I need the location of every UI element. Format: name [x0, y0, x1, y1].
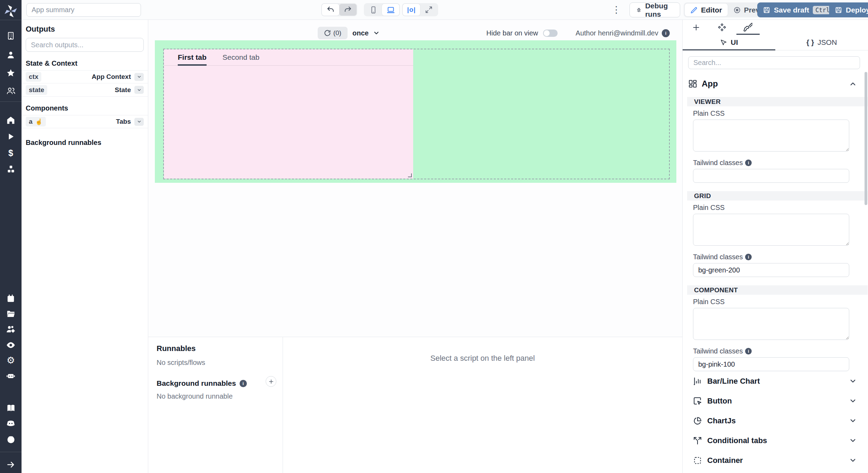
styling-body: App VIEWER Plain CSS Tailwind classes i … — [683, 50, 868, 473]
windmill-logo-icon[interactable] — [0, 5, 22, 17]
expand-chevron-button[interactable] — [134, 86, 144, 94]
refresh-icon — [324, 30, 331, 36]
desktop-view-button[interactable] — [382, 4, 399, 16]
deploy-button[interactable]: Deploy — [829, 2, 868, 17]
paintbrush-icon — [743, 23, 752, 32]
grid-plain-css-textarea[interactable] — [693, 214, 849, 246]
output-key-badge: state — [26, 85, 47, 95]
refresh-button[interactable]: (0) — [318, 27, 348, 39]
info-icon[interactable]: i — [745, 160, 752, 166]
workspace-building-icon[interactable] — [0, 30, 22, 42]
styling-tab[interactable] — [742, 22, 753, 33]
output-row-component-a[interactable]: a ☝ Tabs — [22, 115, 148, 128]
user-icon[interactable] — [0, 49, 22, 61]
tailwind-label-text: Tailwind classes — [693, 347, 743, 355]
discord-icon[interactable] — [0, 417, 22, 430]
grid-tailwind-input[interactable] — [693, 263, 849, 277]
add-background-runnable-button[interactable] — [266, 376, 276, 387]
pointer-hand-icon: ☝ — [35, 118, 43, 125]
debug-runs-button[interactable]: Debug runs — [629, 2, 680, 17]
home-icon[interactable] — [0, 114, 22, 127]
ai-bot-icon[interactable] — [0, 369, 22, 382]
mobile-view-button[interactable] — [365, 4, 382, 16]
panel-scrollbar-thumb[interactable] — [865, 72, 867, 205]
section-bar-line-chart[interactable]: Bar/Line Chart — [693, 371, 860, 391]
output-row-ctx[interactable]: ctx App Context — [22, 70, 148, 83]
layout-grid-icon — [688, 79, 697, 88]
editor-label: Editor — [701, 6, 722, 14]
component-search-input[interactable] — [688, 56, 860, 69]
info-icon[interactable]: i — [745, 348, 752, 354]
cursor-icon — [720, 39, 727, 46]
info-icon[interactable]: i — [745, 254, 752, 260]
component-tailwind-input[interactable] — [693, 357, 849, 371]
section-container[interactable]: Container — [693, 450, 860, 470]
app-section-header[interactable]: App — [688, 79, 860, 89]
editor-tab[interactable]: Editor — [685, 3, 728, 16]
section-conditional-tabs[interactable]: Conditional tabs — [693, 431, 860, 450]
output-row-state[interactable]: state State — [22, 83, 148, 97]
resize-handle[interactable] — [408, 173, 412, 177]
favorites-star-icon[interactable] — [0, 67, 22, 79]
runnables-title: Runnables — [157, 344, 274, 353]
fullscreen-button[interactable] — [420, 4, 437, 16]
expand-chevron-button[interactable] — [134, 118, 144, 126]
viewer-plain-css-textarea[interactable] — [693, 120, 849, 152]
component-plain-css-textarea[interactable] — [693, 308, 849, 340]
plain-css-label: Plain CSS — [693, 203, 860, 212]
collapse-arrow-right-icon[interactable] — [0, 458, 22, 471]
grid-band: GRID — [687, 191, 868, 201]
component-diamonds-icon — [717, 23, 727, 32]
tab-json[interactable]: { } JSON — [775, 35, 868, 50]
github-icon[interactable] — [0, 433, 22, 446]
groups-icon[interactable] — [0, 84, 22, 97]
app-summary-input[interactable] — [26, 3, 141, 17]
tab-second[interactable]: Second tab — [223, 53, 259, 66]
tailwind-classes-label: Tailwind classes i — [693, 253, 860, 261]
resources-cubes-icon[interactable] — [0, 163, 22, 176]
author-info-icon[interactable]: i — [662, 29, 670, 37]
variables-dollar-icon[interactable]: $ — [0, 147, 22, 159]
section-button[interactable]: Button — [693, 391, 860, 411]
app-grid[interactable]: First tab Second tab — [155, 40, 676, 183]
outputs-panel: Outputs State & Context ctx App Context … — [22, 20, 148, 473]
tailwind-label-text: Tailwind classes — [693, 159, 743, 167]
search-outputs-input[interactable] — [26, 38, 144, 52]
section-chartjs[interactable]: ChartJs — [693, 411, 860, 431]
redo-button[interactable] — [339, 4, 357, 16]
plain-css-label: Plain CSS — [693, 297, 860, 306]
add-component-tab[interactable] — [691, 22, 701, 33]
background-runnables-title: Background runnables — [157, 379, 236, 388]
split-arrows-icon — [693, 436, 702, 445]
tailwind-classes-label: Tailwind classes i — [693, 158, 860, 167]
chevron-down-icon — [849, 417, 857, 425]
rail-divider — [0, 20, 22, 20]
save-draft-label: Save draft — [774, 6, 809, 14]
undo-button[interactable] — [322, 4, 339, 16]
tab-ui[interactable]: UI — [683, 35, 775, 50]
more-menu-button[interactable]: ⋮ — [609, 3, 623, 17]
plain-css-label: Plain CSS — [693, 109, 860, 117]
settings-gear-icon[interactable]: ⚙ — [0, 354, 22, 367]
dashed-container-icon — [693, 456, 702, 465]
refresh-mode-select[interactable]: once — [352, 27, 380, 39]
pie-chart-icon — [693, 416, 702, 425]
section-label: Button — [707, 397, 732, 406]
center-content-button[interactable]: |o| — [403, 4, 420, 16]
viewer-tailwind-input[interactable] — [693, 169, 849, 183]
hide-bar-toggle[interactable] — [543, 30, 558, 37]
expand-chevron-button[interactable] — [134, 73, 144, 81]
components-tab[interactable] — [717, 22, 727, 33]
runs-play-icon[interactable] — [0, 130, 22, 143]
output-key: ctx — [29, 73, 38, 81]
tabs-component[interactable]: First tab Second tab — [164, 49, 413, 179]
schedules-calendar-icon[interactable] — [0, 292, 22, 305]
docs-book-icon[interactable] — [0, 402, 22, 414]
info-icon[interactable]: i — [240, 380, 247, 387]
chevron-down-icon — [849, 437, 857, 445]
workers-users-gear-icon[interactable] — [0, 323, 22, 336]
tab-first[interactable]: First tab — [178, 53, 207, 66]
audit-eye-icon[interactable] — [0, 339, 22, 351]
no-background-text: No background runnable — [157, 392, 274, 400]
folders-icon[interactable] — [0, 308, 22, 320]
